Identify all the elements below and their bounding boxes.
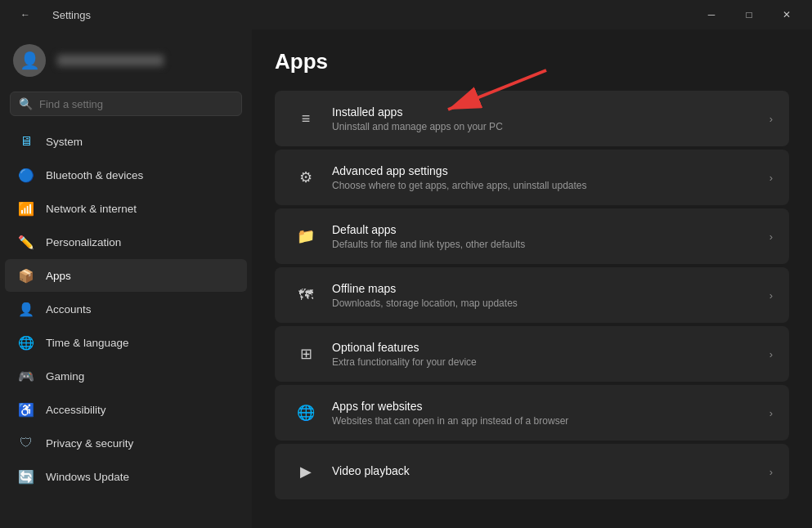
minimize-button[interactable]: ─: [693, 2, 730, 28]
optional-features-label: Optional features: [332, 341, 769, 354]
settings-item-apps-for-websites[interactable]: 🌐Apps for websitesWebsites that can open…: [275, 385, 789, 441]
optional-features-chevron: ›: [769, 348, 773, 360]
settings-item-installed-apps[interactable]: ≡Installed appsUninstall and manage apps…: [275, 91, 789, 146]
sidebar-item-update[interactable]: 🔄Windows Update: [5, 460, 247, 493]
titlebar: ← Settings ─ □ ✕: [0, 0, 812, 29]
close-button[interactable]: ✕: [768, 2, 805, 28]
gaming-icon: 🎮: [18, 368, 34, 384]
username: [57, 55, 164, 66]
time-icon: 🌐: [18, 334, 34, 351]
nav-list: 🖥System🔵Bluetooth & devices📶Network & in…: [0, 124, 252, 494]
sidebar-item-time[interactable]: 🌐Time & language: [5, 326, 247, 359]
advanced-app-settings-label: Advanced app settings: [332, 164, 769, 177]
offline-maps-icon: 🗺: [291, 280, 321, 310]
sidebar-item-gaming[interactable]: 🎮Gaming: [5, 360, 247, 392]
optional-features-text: Optional featuresExtra functionality for…: [332, 341, 769, 368]
video-playback-label: Video playback: [332, 464, 769, 477]
installed-apps-label: Installed apps: [332, 105, 769, 119]
search-icon: 🔍: [19, 97, 33, 110]
video-playback-chevron: ›: [769, 466, 773, 478]
apps-icon: 📦: [18, 267, 34, 284]
advanced-app-settings-chevron: ›: [769, 172, 773, 184]
default-apps-text: Default appsDefaults for file and link t…: [332, 223, 769, 250]
advanced-app-settings-desc: Choose where to get apps, archive apps, …: [332, 180, 769, 191]
video-playback-text: Video playback: [332, 464, 769, 480]
advanced-app-settings-icon: ⚙: [291, 163, 321, 192]
apps-for-websites-label: Apps for websites: [332, 400, 769, 413]
sidebar-item-accessibility[interactable]: ♿Accessibility: [5, 393, 247, 426]
optional-features-desc: Extra functionality for your device: [332, 356, 769, 368]
app-title: Settings: [52, 9, 91, 21]
sidebar-item-label-bluetooth: Bluetooth & devices: [46, 169, 143, 181]
maximize-button[interactable]: □: [730, 2, 768, 28]
main-panel: Apps ≡Installed appsUninstall and manage…: [252, 29, 812, 528]
settings-item-optional-features[interactable]: ⊞Optional featuresExtra functionality fo…: [275, 326, 789, 382]
sidebar-item-label-accounts: Accounts: [46, 303, 92, 315]
default-apps-desc: Defaults for file and link types, other …: [332, 239, 769, 250]
offline-maps-chevron: ›: [769, 289, 773, 302]
search-box[interactable]: 🔍: [10, 92, 242, 116]
settings-item-default-apps[interactable]: 📁Default appsDefaults for file and link …: [275, 208, 789, 264]
page-title: Apps: [275, 49, 789, 74]
settings-item-offline-maps[interactable]: 🗺Offline mapsDownloads, storage location…: [275, 267, 789, 323]
app-body: 👤 🔍 🖥System🔵Bluetooth & devices📶Network …: [0, 29, 812, 528]
sidebar-item-label-system: System: [46, 136, 83, 148]
settings-item-video-playback[interactable]: ▶Video playback›: [275, 444, 789, 499]
sidebar-item-network[interactable]: 📶Network & internet: [5, 192, 247, 225]
accounts-icon: 👤: [18, 301, 34, 317]
sidebar-item-bluetooth[interactable]: 🔵Bluetooth & devices: [5, 159, 247, 191]
sidebar-item-label-accessibility: Accessibility: [46, 404, 106, 416]
sidebar-item-personalization[interactable]: ✏️Personalization: [5, 226, 247, 258]
default-apps-chevron: ›: [769, 230, 773, 243]
bluetooth-icon: 🔵: [18, 167, 34, 183]
window-controls: ─ □ ✕: [693, 2, 805, 28]
apps-for-websites-chevron: ›: [769, 407, 773, 419]
avatar: 👤: [13, 44, 46, 77]
video-playback-icon: ▶: [291, 457, 321, 486]
apps-for-websites-desc: Websites that can open in an app instead…: [332, 415, 769, 427]
offline-maps-desc: Downloads, storage location, map updates: [332, 298, 769, 309]
sidebar-item-accounts[interactable]: 👤Accounts: [5, 293, 247, 325]
system-icon: 🖥: [18, 133, 34, 150]
offline-maps-text: Offline mapsDownloads, storage location,…: [332, 282, 769, 309]
settings-item-advanced-app-settings[interactable]: ⚙Advanced app settingsChoose where to ge…: [275, 150, 789, 205]
update-icon: 🔄: [18, 468, 34, 485]
apps-for-websites-text: Apps for websitesWebsites that can open …: [332, 400, 769, 427]
sidebar-item-label-privacy: Privacy & security: [46, 437, 133, 450]
installed-apps-icon: ≡: [291, 104, 321, 133]
titlebar-left: ← Settings: [7, 2, 91, 28]
offline-maps-label: Offline maps: [332, 282, 769, 295]
installed-apps-chevron: ›: [769, 113, 773, 125]
installed-apps-text: Installed appsUninstall and manage apps …: [332, 105, 769, 132]
optional-features-icon: ⊞: [291, 339, 321, 369]
default-apps-label: Default apps: [332, 223, 769, 236]
sidebar-item-label-time: Time & language: [46, 337, 129, 349]
back-button[interactable]: ←: [7, 2, 44, 28]
user-profile[interactable]: 👤: [0, 29, 252, 88]
sidebar-item-label-apps: Apps: [46, 270, 71, 282]
sidebar: 👤 🔍 🖥System🔵Bluetooth & devices📶Network …: [0, 29, 252, 528]
sidebar-item-label-network: Network & internet: [46, 203, 137, 215]
sidebar-item-label-gaming: Gaming: [46, 370, 84, 383]
apps-for-websites-icon: 🌐: [291, 398, 321, 427]
settings-items-list: ≡Installed appsUninstall and manage apps…: [275, 91, 789, 499]
default-apps-icon: 📁: [291, 221, 321, 251]
sidebar-item-label-update: Windows Update: [46, 471, 129, 483]
search-input[interactable]: [39, 98, 233, 110]
sidebar-item-apps[interactable]: 📦Apps: [5, 259, 247, 292]
personalization-icon: ✏️: [18, 234, 34, 250]
privacy-icon: 🛡: [18, 435, 34, 451]
installed-apps-desc: Uninstall and manage apps on your PC: [332, 121, 769, 132]
sidebar-item-privacy[interactable]: 🛡Privacy & security: [5, 427, 247, 459]
network-icon: 📶: [18, 200, 34, 217]
accessibility-icon: ♿: [18, 401, 34, 418]
advanced-app-settings-text: Advanced app settingsChoose where to get…: [332, 164, 769, 191]
sidebar-item-system[interactable]: 🖥System: [5, 125, 247, 158]
sidebar-item-label-personalization: Personalization: [46, 236, 121, 248]
